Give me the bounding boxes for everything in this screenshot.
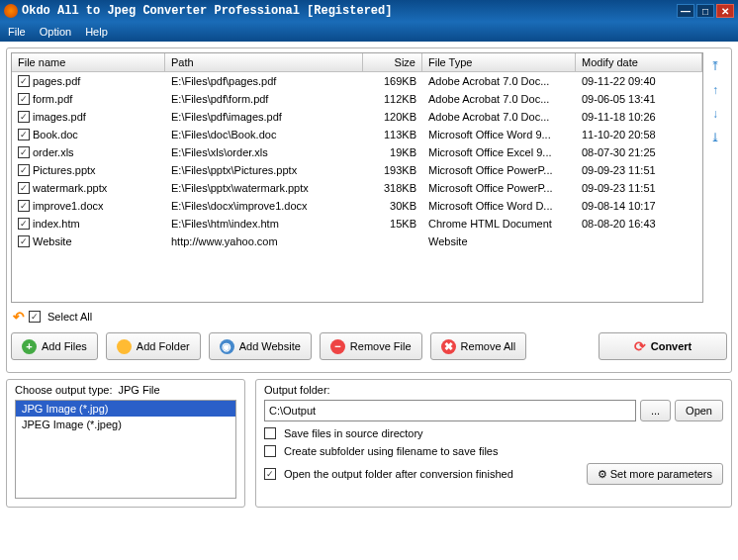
file-table: File name Path Size File Type Modify dat… xyxy=(11,52,703,303)
cell-type: Microsoft Office Word D... xyxy=(422,199,576,213)
open-folder-button[interactable]: Open xyxy=(675,400,723,421)
table-row[interactable]: ✓Websitehttp://www.yahoo.comWebsite xyxy=(12,233,702,250)
reorder-arrows: ⤒ ↑ ↓ ⤓ xyxy=(703,52,727,303)
cell-path: E:\Files\pdf\images.pdf xyxy=(165,110,363,124)
plus-icon: + xyxy=(22,339,37,354)
add-folder-button[interactable]: Add Folder xyxy=(106,332,201,360)
convert-button[interactable]: ⟳Convert xyxy=(599,332,727,360)
cell-filename: improve1.docx xyxy=(33,200,104,212)
cell-type: Microsoft Office PowerP... xyxy=(422,163,576,177)
row-checkbox[interactable]: ✓ xyxy=(18,146,30,158)
cell-type: Adobe Acrobat 7.0 Doc... xyxy=(422,74,576,88)
app-icon xyxy=(4,4,18,18)
table-row[interactable]: ✓order.xlsE:\Files\xls\order.xls19KBMicr… xyxy=(12,143,702,161)
cell-date: 09-11-18 10:26 xyxy=(576,110,702,124)
set-more-parameters-button[interactable]: ⚙ Set more parameters xyxy=(587,463,723,485)
row-checkbox[interactable]: ✓ xyxy=(18,200,30,212)
table-row[interactable]: ✓index.htmE:\Files\htm\index.htm15KBChro… xyxy=(12,215,702,233)
move-bottom-button[interactable]: ⤓ xyxy=(707,130,723,145)
save-source-label: Save files in source directory xyxy=(284,427,423,439)
cell-filename: order.xls xyxy=(33,146,74,158)
maximize-button[interactable]: □ xyxy=(696,4,714,18)
cell-date xyxy=(576,240,702,242)
row-checkbox[interactable]: ✓ xyxy=(18,129,30,140)
row-checkbox[interactable]: ✓ xyxy=(18,75,30,87)
minus-icon: − xyxy=(330,339,345,354)
cell-path: E:\Files\pptx\watermark.pptx xyxy=(165,181,363,195)
cell-size: 318KB xyxy=(363,181,422,195)
cell-date: 11-10-20 20:58 xyxy=(576,128,702,141)
convert-icon: ⟳ xyxy=(634,338,646,354)
row-checkbox[interactable]: ✓ xyxy=(18,218,30,230)
cell-type: Website xyxy=(422,234,576,248)
cell-size: 30KB xyxy=(363,199,422,213)
type-option-jpg[interactable]: JPG Image (*.jpg) xyxy=(16,401,235,417)
cell-filename: watermark.pptx xyxy=(33,182,107,194)
table-row[interactable]: ✓pages.pdfE:\Files\pdf\pages.pdf169KBAdo… xyxy=(12,72,702,90)
cell-filename: Book.doc xyxy=(33,129,78,140)
add-website-button[interactable]: ◉Add Website xyxy=(209,332,312,360)
cell-size xyxy=(363,240,422,242)
output-type-current: JPG File xyxy=(118,384,159,396)
cell-filename: images.pdf xyxy=(33,111,86,123)
close-button[interactable]: ✕ xyxy=(716,4,734,18)
browse-button[interactable]: ... xyxy=(640,400,671,421)
row-checkbox[interactable]: ✓ xyxy=(18,93,30,105)
add-files-button[interactable]: +Add Files xyxy=(11,332,98,360)
menu-option[interactable]: Option xyxy=(40,26,71,38)
cell-path: E:\Files\pptx\Pictures.pptx xyxy=(165,163,363,177)
output-folder-input[interactable] xyxy=(264,400,636,421)
selectall-checkbox[interactable]: ✓ xyxy=(29,311,41,323)
menu-help[interactable]: Help xyxy=(85,26,108,38)
type-option-jpeg[interactable]: JPEG Image (*.jpeg) xyxy=(16,417,235,432)
move-down-button[interactable]: ↓ xyxy=(707,106,723,122)
col-filetype[interactable]: File Type xyxy=(422,53,576,71)
cell-type: Microsoft Office Excel 9... xyxy=(422,145,576,159)
globe-icon: ◉ xyxy=(220,339,234,354)
output-folder-label: Output folder: xyxy=(264,384,723,396)
remove-all-button[interactable]: ✖Remove All xyxy=(430,332,527,360)
output-type-label: Choose output type: xyxy=(15,384,112,396)
row-checkbox[interactable]: ✓ xyxy=(18,164,30,176)
table-row[interactable]: ✓Pictures.pptxE:\Files\pptx\Pictures.ppt… xyxy=(12,161,702,179)
move-top-button[interactable]: ⤒ xyxy=(707,58,723,74)
cell-date: 09-09-23 11:51 xyxy=(576,163,702,177)
col-filename[interactable]: File name xyxy=(12,53,165,71)
menubar: File Option Help xyxy=(0,22,738,42)
row-checkbox[interactable]: ✓ xyxy=(18,111,30,123)
up-folder-icon[interactable]: ↶ xyxy=(13,309,25,325)
cell-filename: index.htm xyxy=(33,218,80,230)
col-modifydate[interactable]: Modify date xyxy=(576,53,702,71)
cell-filename: Pictures.pptx xyxy=(33,164,96,176)
cell-type: Chrome HTML Document xyxy=(422,217,576,231)
cell-size: 113KB xyxy=(363,128,422,141)
save-source-checkbox[interactable] xyxy=(264,427,276,439)
table-row[interactable]: ✓form.pdfE:\Files\pdf\form.pdf112KBAdobe… xyxy=(12,90,702,108)
cell-filename: Website xyxy=(33,235,72,247)
output-type-list[interactable]: JPG Image (*.jpg) JPEG Image (*.jpeg) xyxy=(15,400,236,499)
col-path[interactable]: Path xyxy=(165,53,363,71)
table-row[interactable]: ✓watermark.pptxE:\Files\pptx\watermark.p… xyxy=(12,179,702,197)
row-checkbox[interactable]: ✓ xyxy=(18,235,30,247)
minimize-button[interactable]: — xyxy=(677,4,694,18)
remove-file-button[interactable]: −Remove File xyxy=(320,332,422,360)
table-row[interactable]: ✓Book.docE:\Files\doc\Book.doc113KBMicro… xyxy=(12,126,702,143)
cell-date: 08-07-30 21:25 xyxy=(576,145,702,159)
col-size[interactable]: Size xyxy=(363,53,422,71)
cell-date: 09-08-14 10:17 xyxy=(576,199,702,213)
selectall-label: Select All xyxy=(47,311,92,323)
titlebar: Okdo All to Jpeg Converter Professional … xyxy=(0,0,738,22)
move-up-button[interactable]: ↑ xyxy=(707,82,723,98)
table-row[interactable]: ✓images.pdfE:\Files\pdf\images.pdf120KBA… xyxy=(12,108,702,126)
menu-file[interactable]: File xyxy=(8,26,26,38)
cell-path: E:\Files\xls\order.xls xyxy=(165,145,363,159)
table-row[interactable]: ✓improve1.docxE:\Files\docx\improve1.doc… xyxy=(12,197,702,215)
open-after-checkbox[interactable]: ✓ xyxy=(264,468,276,480)
gear-icon: ⚙ xyxy=(598,468,607,480)
create-subfolder-checkbox[interactable] xyxy=(264,445,276,457)
clear-icon: ✖ xyxy=(441,339,456,354)
output-folder-panel: Output folder: ... Open Save files in so… xyxy=(255,379,732,508)
row-checkbox[interactable]: ✓ xyxy=(18,182,30,194)
output-type-panel: Choose output type: JPG File JPG Image (… xyxy=(6,379,245,508)
cell-size: 169KB xyxy=(363,74,422,88)
